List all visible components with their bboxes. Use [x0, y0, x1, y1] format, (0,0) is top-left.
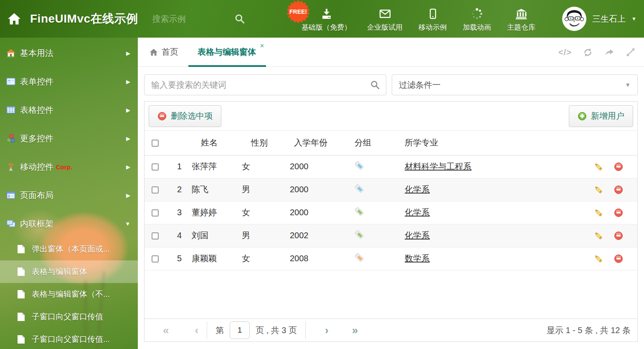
tag-icon	[354, 160, 364, 171]
nav-theme-repository[interactable]: 主题仓库	[507, 6, 535, 32]
delete-icon[interactable]	[614, 208, 623, 217]
sidebar-item-mobile-controls[interactable]: 移动控件 Corp. ▶	[0, 153, 138, 181]
house-icon	[6, 48, 16, 58]
cell-gender: 女	[238, 155, 287, 178]
edit-icon[interactable]	[594, 185, 603, 194]
major-link[interactable]: 数学系	[405, 254, 430, 263]
edit-icon[interactable]	[594, 254, 603, 263]
add-user-label: 新增用户	[591, 110, 624, 122]
next-page-icon[interactable]: ›	[325, 325, 329, 336]
sidebar-subitem-popup-window[interactable]: 弹出窗体（本页面或...	[0, 238, 138, 260]
major-link[interactable]: 化学系	[405, 231, 430, 240]
filter-dropdown[interactable]: 过滤条件一 ▼	[392, 74, 638, 95]
cell-gender: 男	[238, 224, 287, 247]
sidebar-item-more-controls[interactable]: 更多控件 ▶	[0, 124, 138, 153]
pager-summary: 显示 1 - 5 条 , 共 12 条	[547, 325, 631, 336]
major-link[interactable]: 化学系	[405, 208, 430, 217]
user-table: 姓名 性别 入学年份 分组 所学专业 1 张萍萍 女 2000 材料科学与工程系	[145, 131, 637, 270]
header-search-input[interactable]	[152, 14, 214, 24]
keyword-search-input[interactable]	[150, 80, 370, 90]
pager-divider	[305, 321, 306, 339]
add-user-button[interactable]: 新增用户	[569, 105, 633, 127]
sidebar-subitem-label: 子窗口向父窗口传值...	[32, 334, 110, 345]
tab-grid-edit-window[interactable]: 表格与编辑窗体 ✕	[188, 38, 266, 67]
row-checkbox[interactable]	[152, 186, 159, 194]
table-row[interactable]: 2 陈飞 男 2000 化学系	[145, 178, 637, 201]
cell-gender: 女	[238, 247, 287, 270]
chevron-right-icon: ▶	[126, 164, 130, 170]
tab-close-icon[interactable]: ✕	[260, 43, 264, 49]
sidebar-subitem-grid-edit-window-2[interactable]: 表格与编辑窗体（不...	[0, 283, 138, 306]
edit-icon[interactable]	[594, 208, 603, 217]
sidebar-item-basic-usage[interactable]: 基本用法 ▶	[0, 39, 138, 67]
minus-circle-icon	[157, 112, 167, 121]
frames-icon	[6, 219, 16, 229]
tab-home[interactable]: 首页	[149, 46, 178, 58]
pager-divider	[207, 321, 207, 339]
chevron-right-icon: ▶	[126, 135, 130, 142]
delete-icon[interactable]	[614, 185, 623, 194]
search-icon[interactable]	[234, 13, 245, 24]
delete-icon[interactable]	[614, 231, 623, 240]
sidebar-subitem-label: 表格与编辑窗体（不...	[32, 289, 110, 300]
edit-icon[interactable]	[594, 162, 603, 171]
nav-enterprise-trial[interactable]: 企业版试用	[367, 6, 403, 32]
major-link[interactable]: 材料科学与工程系	[405, 162, 472, 171]
cell-year: 2000	[287, 155, 351, 178]
search-icon[interactable]	[370, 80, 380, 90]
table-row[interactable]: 1 张萍萍 女 2000 材料科学与工程系	[145, 155, 637, 178]
nav-loading-animation[interactable]: 加载动画	[463, 6, 491, 32]
home-icon	[149, 48, 158, 57]
sidebar-item-form-controls[interactable]: 表单控件 ▶	[0, 67, 138, 96]
sidebar-item-label: 表格控件	[20, 104, 53, 116]
user-menu[interactable]: 三生石上 ▼	[562, 0, 636, 38]
select-all-checkbox[interactable]	[152, 140, 159, 147]
bank-icon	[515, 8, 528, 20]
sidebar-item-inline-frame[interactable]: 内联框架 ▼	[0, 209, 138, 238]
app-title: FineUIMvc在线示例	[30, 11, 138, 27]
sidebar-subitem-grid-edit-window[interactable]: 表格与编辑窗体	[0, 260, 138, 283]
table-row[interactable]: 4 刘国 男 2002 化学系	[145, 224, 637, 247]
row-checkbox[interactable]	[152, 163, 159, 171]
col-group: 分组	[351, 131, 401, 155]
row-checkbox[interactable]	[152, 255, 159, 262]
header-search[interactable]	[152, 13, 245, 24]
sidebar-subitem-child-to-parent[interactable]: 子窗口向父窗口传值	[0, 306, 138, 328]
sidebar-subitem-child-to-parent-2[interactable]: 子窗口向父窗口传值...	[0, 328, 138, 349]
col-major: 所学专业	[401, 131, 583, 155]
prev-page-icon[interactable]: ‹	[195, 325, 198, 336]
refresh-icon[interactable]	[583, 47, 593, 58]
delete-selected-button[interactable]: 删除选中项	[149, 105, 221, 127]
edit-icon[interactable]	[594, 231, 603, 240]
pagination-bar: « ‹ 第 页 , 共 3 页 › » 显示 1 - 5 条 , 共 12 条	[145, 318, 637, 341]
cell-name: 张萍萍	[188, 155, 238, 178]
tab-bar: 首页 表格与编辑窗体 ✕ </>	[138, 38, 644, 67]
sidebar-item-page-layout[interactable]: 页面布局 ▶	[0, 181, 138, 209]
chevron-right-icon: ▶	[126, 79, 130, 85]
delete-icon[interactable]	[614, 254, 623, 263]
table-row[interactable]: 5 康颖颖 女 2008 数学系	[145, 247, 637, 270]
sidebar-item-grid-controls[interactable]: 表格控件 ▶	[0, 96, 138, 124]
delete-icon[interactable]	[614, 162, 623, 171]
sidebar-item-label: 基本用法	[20, 48, 53, 59]
view-source-icon[interactable]: </>	[558, 48, 572, 57]
last-page-icon[interactable]: »	[352, 325, 358, 336]
tab-toolbar: </>	[558, 38, 636, 67]
maximize-icon[interactable]	[626, 47, 636, 57]
major-link[interactable]: 化学系	[405, 185, 430, 194]
sidebar-item-label: 表单控件	[20, 76, 53, 87]
col-gender: 性别	[238, 131, 287, 155]
cell-year: 2002	[287, 224, 351, 247]
row-checkbox[interactable]	[152, 209, 159, 217]
nav-mobile-demo[interactable]: 移动示例	[418, 6, 447, 32]
avatar[interactable]	[562, 7, 586, 31]
page-input[interactable]	[230, 321, 250, 339]
home-icon[interactable]	[7, 11, 22, 26]
antenna-icon	[6, 162, 16, 172]
table-row[interactable]: 3 董婷婷 女 2000 化学系	[145, 201, 637, 224]
keyword-searchbox[interactable]	[144, 74, 386, 95]
row-checkbox[interactable]	[152, 232, 159, 239]
first-page-icon[interactable]: «	[163, 325, 169, 336]
app-header: FineUIMvc在线示例 FREE! 基础版（免费） 企业版试用	[0, 0, 644, 38]
share-icon[interactable]	[604, 47, 615, 57]
